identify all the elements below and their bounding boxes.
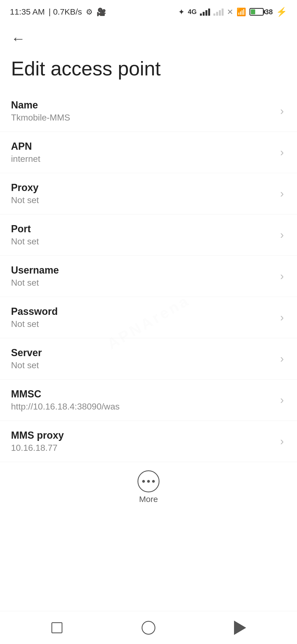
settings-item-label: Password <box>11 306 275 317</box>
signal-bars-2 <box>213 8 224 16</box>
back-icon <box>234 621 246 635</box>
more-button[interactable]: More <box>0 462 297 509</box>
charging-icon: ⚡ <box>276 7 287 17</box>
settings-item-content: Server Not set <box>11 347 275 370</box>
chevron-right-icon: › <box>280 353 284 365</box>
nav-recents-button[interactable] <box>46 617 68 639</box>
settings-item-label: MMS proxy <box>11 430 275 441</box>
chevron-right-icon: › <box>280 311 284 324</box>
battery-percent: 38 <box>265 8 273 16</box>
settings-item-label: Port <box>11 223 275 235</box>
settings-item-value: Not set <box>11 236 275 247</box>
settings-item-password[interactable]: Password Not set › <box>0 297 297 338</box>
settings-list: Name Tkmobile-MMS › APN internet › Proxy… <box>0 91 297 462</box>
settings-item-content: Proxy Not set <box>11 182 275 205</box>
settings-item-content: MMS proxy 10.16.18.77 <box>11 430 275 453</box>
settings-item-label: APN <box>11 141 275 152</box>
settings-item-content: Name Tkmobile-MMS <box>11 99 275 123</box>
settings-item-proxy[interactable]: Proxy Not set › <box>0 173 297 214</box>
settings-item-mms-proxy[interactable]: MMS proxy 10.16.18.77 › <box>0 421 297 462</box>
settings-item-name[interactable]: Name Tkmobile-MMS › <box>0 91 297 132</box>
chevron-right-icon: › <box>280 435 284 447</box>
bluetooth-icon: ✦ <box>178 7 185 17</box>
settings-item-label: MMSC <box>11 388 275 400</box>
nav-back[interactable]: ← <box>0 22 297 50</box>
speed-display: | 0.7KB/s <box>49 7 82 17</box>
settings-item-username[interactable]: Username Not set › <box>0 256 297 297</box>
bottom-nav <box>0 611 297 644</box>
status-bar: 11:35 AM | 0.7KB/s ⚙ 🎥 ✦ 4G ✕ 📶 38 ⚡ <box>0 0 297 22</box>
battery-container: 38 <box>249 8 273 16</box>
chevron-right-icon: › <box>280 187 284 200</box>
wifi-icon: 📶 <box>237 7 246 17</box>
more-circle-icon <box>138 470 160 492</box>
status-right: ✦ 4G ✕ 📶 38 ⚡ <box>178 7 287 17</box>
settings-icon: ⚙ <box>86 7 93 17</box>
page-title: Edit access point <box>0 50 297 91</box>
status-left: 11:35 AM | 0.7KB/s ⚙ 🎥 <box>10 7 106 17</box>
chevron-right-icon: › <box>280 394 284 406</box>
battery-icon <box>249 8 264 16</box>
no-signal-icon: ✕ <box>227 7 233 17</box>
settings-item-value: internet <box>11 154 275 164</box>
settings-item-value: Not set <box>11 360 275 370</box>
settings-item-mmsc[interactable]: MMSC http://10.16.18.4:38090/was › <box>0 380 297 421</box>
chevron-right-icon: › <box>280 105 284 117</box>
settings-item-value: 10.16.18.77 <box>11 443 275 453</box>
settings-item-value: Not set <box>11 319 275 329</box>
settings-item-content: Password Not set <box>11 306 275 329</box>
settings-item-server[interactable]: Server Not set › <box>0 338 297 380</box>
chevron-right-icon: › <box>280 146 284 159</box>
recents-icon <box>51 622 62 633</box>
settings-item-content: MMSC http://10.16.18.4:38090/was <box>11 388 275 412</box>
settings-item-value: Not set <box>11 195 275 205</box>
network-type: 4G <box>188 8 197 16</box>
chevron-right-icon: › <box>280 229 284 241</box>
more-dots-icon <box>142 480 155 483</box>
settings-item-label: Username <box>11 264 275 276</box>
settings-item-apn[interactable]: APN internet › <box>0 132 297 173</box>
more-label: More <box>139 495 158 504</box>
settings-item-content: Port Not set <box>11 223 275 247</box>
settings-item-content: APN internet <box>11 141 275 164</box>
settings-item-label: Server <box>11 347 275 359</box>
settings-item-content: Username Not set <box>11 264 275 288</box>
settings-item-value: http://10.16.18.4:38090/was <box>11 402 275 412</box>
settings-item-value: Tkmobile-MMS <box>11 113 275 123</box>
settings-item-label: Name <box>11 99 275 111</box>
camera-icon: 🎥 <box>97 7 106 17</box>
signal-bars-1 <box>200 8 210 16</box>
settings-item-value: Not set <box>11 278 275 288</box>
back-button[interactable]: ← <box>11 30 25 47</box>
settings-item-label: Proxy <box>11 182 275 193</box>
chevron-right-icon: › <box>280 270 284 282</box>
settings-item-port[interactable]: Port Not set › <box>0 214 297 256</box>
nav-home-button[interactable] <box>138 617 160 639</box>
nav-back-button[interactable] <box>229 617 251 639</box>
time-display: 11:35 AM <box>10 7 45 17</box>
home-icon <box>142 621 155 635</box>
